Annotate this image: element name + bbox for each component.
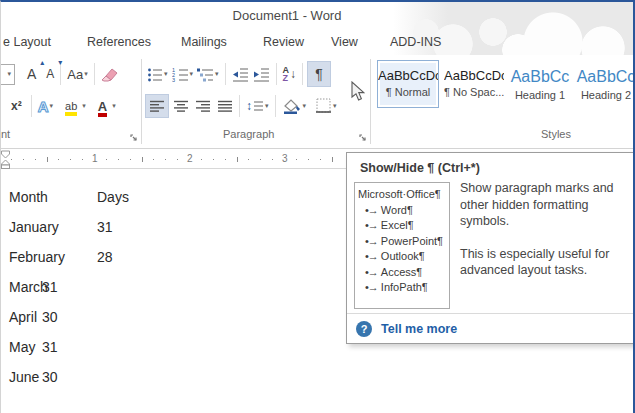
ruler-tick [153,159,154,160]
eraser-icon [101,67,118,82]
help-icon: ? [356,321,372,337]
superscript-icon: x² [11,99,22,113]
multilevel-list-button[interactable]: ▾ [195,62,221,86]
increase-indent-button[interactable] [251,62,272,86]
chevron-down-icon: ▾ [265,102,269,110]
show-hide-pilcrow-button[interactable]: ¶ [307,61,331,87]
chevron-down-icon: ▾ [84,70,88,78]
borders-button[interactable]: ▾ [314,94,339,118]
shrink-font-icon: A [46,67,54,81]
arrow-down-icon: ▾ [58,58,62,67]
ruler-tick [296,159,297,160]
tab-add-ins[interactable]: ADD-INS [390,35,441,49]
style-sample: AaBbCcDc [378,68,438,83]
ruler-tick [332,157,333,162]
tab-page-layout[interactable]: e Layout [3,35,51,49]
style-sample: AaBbCc [510,68,570,86]
chevron-down-icon: ▾ [82,102,86,110]
ruler-tick [58,159,59,160]
shading-button[interactable]: ▾ [280,94,309,118]
separator [94,63,95,85]
clear-formatting-button[interactable] [99,62,120,86]
preview-item: •→InfoPath¶ [365,281,449,293]
align-center-icon [174,100,189,112]
paragraph-group-label: Paragraph [223,128,274,140]
numbered-list-icon: 123 [172,67,189,82]
font-dialog-launcher[interactable] [129,129,139,147]
indent-markers-icon[interactable] [1,150,13,169]
ruler-tick [35,159,36,160]
align-center-button[interactable] [172,94,191,118]
superscript-button[interactable]: x² [9,94,24,118]
separator [302,63,303,85]
change-case-button[interactable]: Aa ▾ [65,62,89,86]
tab-review[interactable]: Review [263,35,304,49]
ruler-tick [82,159,83,160]
ruler-tick [142,157,143,162]
sort-button[interactable]: AZ ↓ [281,62,299,86]
ruler-tick [106,159,107,160]
tab-view[interactable]: View [331,35,358,49]
change-case-icon: Aa [67,67,83,82]
increase-indent-icon [253,67,270,82]
preview-item: •→Outlook¶ [365,250,449,262]
style-label: Heading 2 [576,89,634,101]
multilevel-list-icon [197,67,214,82]
ruler-tick [23,159,24,160]
bullets-button[interactable]: ▾ [145,62,170,86]
ruler-tick [130,159,131,160]
tooltip-title: Show/Hide ¶ (Ctrl+*) [360,161,480,175]
style-label: ¶ Normal [378,86,438,98]
tooltip-paragraph: Show paragraph marks and other hidden fo… [460,180,630,230]
numbering-button[interactable]: 123 ▾ [170,62,196,86]
font-color-icon: A [98,100,107,113]
tab-mailings[interactable]: Mailings [181,35,227,49]
ruler-tick [165,159,166,160]
grow-font-button[interactable]: A ▴ [25,62,38,86]
window-title: Document1 - Word [1,8,573,23]
align-right-icon [196,100,211,112]
tab-references[interactable]: References [87,35,151,49]
chevron-down-icon: ▾ [190,70,194,78]
line-spacing-button[interactable]: ↕ ▾ [244,94,271,118]
shrink-font-button[interactable]: A ▾ [44,62,56,86]
style-card-heading-2[interactable]: AaBbCc Heading 2 [575,60,634,108]
text-highlight-button[interactable]: ab ▾ [63,94,88,118]
align-left-icon [150,100,165,112]
justify-icon [218,100,233,112]
bullet-arrow-icon: •→ [365,250,378,262]
bullet-arrow-icon: •→ [365,204,378,216]
word-window: Document1 - Word e Layout References Mai… [0,0,635,413]
font-size-dropdown[interactable]: ▾ [0,64,15,85]
style-sample: AaBbCc [576,68,634,86]
justify-button[interactable] [216,94,235,118]
paint-bucket-icon [282,98,302,114]
text-effects-button[interactable]: A ▾ [36,94,55,118]
group-separator [141,59,142,144]
font-color-button[interactable]: A ▾ [96,94,118,118]
align-left-button[interactable] [145,94,169,118]
style-card-normal[interactable]: AaBbCcDc ¶ Normal [377,60,439,108]
ruler-tick [213,159,214,160]
decrease-indent-icon [232,67,249,82]
align-right-button[interactable] [194,94,213,118]
arrow-down-icon: ↓ [290,67,296,81]
paragraph-dialog-launcher[interactable] [358,129,368,147]
tell-me-more-link[interactable]: Tell me more [381,322,457,336]
tooltip-body: Show paragraph marks and other hidden fo… [460,180,630,279]
ribbon: ▾ A ▴ A ▾ Aa ▾ x² A [1,56,633,149]
chevron-down-icon: ▾ [303,102,307,110]
style-card-no-spacing[interactable]: AaBbCcDc ¶ No Spac... [443,60,505,108]
bullet-arrow-icon: •→ [365,281,378,293]
separator [275,95,276,117]
preview-item: •→Excel¶ [365,219,449,231]
separator [239,95,240,117]
tooltip-paragraph: This is especially useful for advanced l… [460,246,630,279]
style-label: Heading 1 [510,89,570,101]
bullet-arrow-icon: •→ [365,266,378,278]
style-card-heading-1[interactable]: AaBbCc Heading 1 [509,60,571,108]
style-label: ¶ No Spac... [444,86,504,98]
ruler-number: 3 [282,153,288,164]
decrease-indent-button[interactable] [230,62,251,86]
ruler-tick [308,159,309,160]
